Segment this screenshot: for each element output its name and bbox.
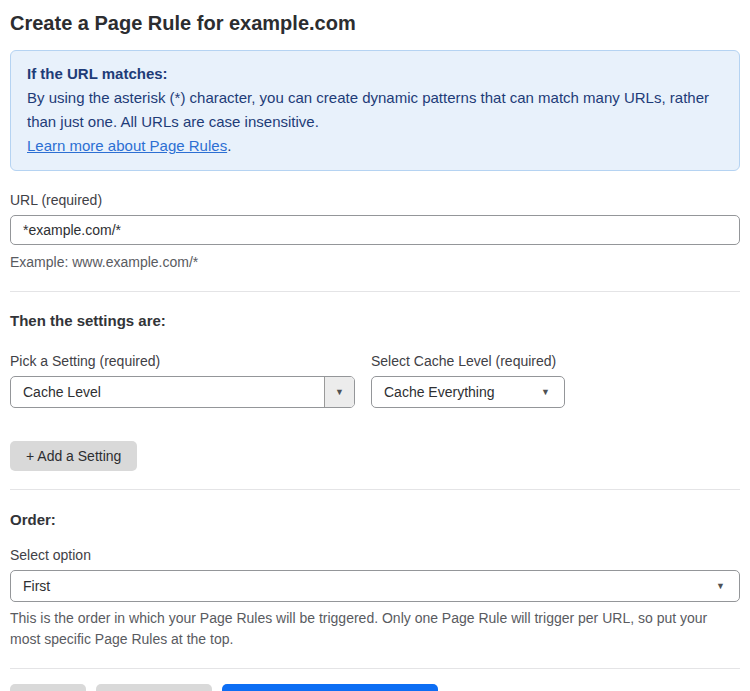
save-and-deploy-button[interactable]: Save and Deploy Page Rule: [222, 684, 438, 691]
page-rule-form: Create a Page Rule for example.com If th…: [0, 0, 750, 691]
order-section-heading: Order:: [10, 511, 740, 528]
add-setting-button[interactable]: + Add a Setting: [10, 441, 137, 471]
pick-setting-column: Pick a Setting (required) Cache Level ▼: [10, 353, 355, 408]
url-field-group: URL (required) Example: www.example.com/…: [10, 192, 740, 273]
cache-level-value: Cache Everything: [372, 384, 541, 400]
learn-more-link[interactable]: Learn more about Page Rules: [27, 137, 227, 154]
order-field-group: Select option First ▼ This is the order …: [10, 547, 740, 650]
url-field-label: URL (required): [10, 192, 740, 208]
cancel-button[interactable]: Cancel: [10, 684, 86, 691]
chevron-down-icon: ▼: [716, 582, 739, 591]
chevron-down-icon: ▼: [324, 377, 354, 407]
cache-level-column: Select Cache Level (required) Cache Ever…: [371, 353, 565, 408]
form-actions: Cancel Save as Draft Save and Deploy Pag…: [10, 684, 740, 691]
url-input[interactable]: [10, 215, 740, 245]
divider: [10, 668, 740, 669]
order-select-label: Select option: [10, 547, 740, 563]
add-setting-wrap: + Add a Setting: [10, 441, 740, 471]
divider: [10, 291, 740, 292]
cache-level-select[interactable]: Cache Everything ▼: [371, 376, 565, 408]
info-link-line: Learn more about Page Rules.: [27, 134, 723, 158]
order-helper-text: This is the order in which your Page Rul…: [10, 608, 712, 650]
page-title: Create a Page Rule for example.com: [10, 12, 740, 35]
settings-section-heading: Then the settings are:: [10, 312, 740, 329]
info-link-suffix: .: [227, 137, 231, 154]
order-select-value: First: [11, 578, 716, 594]
cache-level-label: Select Cache Level (required): [371, 353, 565, 369]
url-match-info-box: If the URL matches: By using the asteris…: [10, 50, 740, 171]
chevron-down-icon: ▼: [541, 388, 564, 397]
info-box-body: By using the asterisk (*) character, you…: [27, 86, 723, 134]
pick-setting-select[interactable]: Cache Level ▼: [10, 376, 355, 408]
settings-row: Pick a Setting (required) Cache Level ▼ …: [10, 353, 740, 408]
order-select[interactable]: First ▼: [10, 570, 740, 602]
url-field-helper: Example: www.example.com/*: [10, 252, 740, 273]
pick-setting-value: Cache Level: [11, 384, 324, 400]
save-as-draft-button[interactable]: Save as Draft: [96, 684, 213, 691]
info-box-heading: If the URL matches:: [27, 62, 723, 86]
divider: [10, 489, 740, 490]
pick-setting-label: Pick a Setting (required): [10, 353, 355, 369]
